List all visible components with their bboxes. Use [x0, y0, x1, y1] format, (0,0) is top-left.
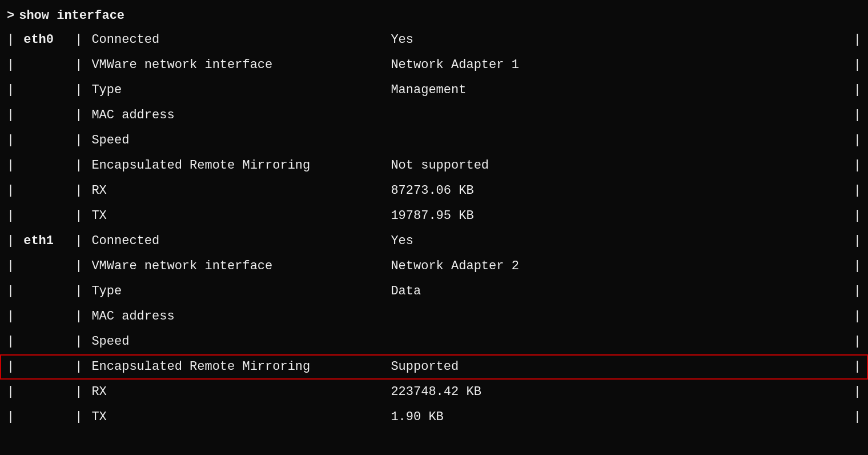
pipe-left: | [0, 178, 19, 203]
row-label: VMWare network interface [87, 254, 384, 279]
pipe-mid: | [70, 279, 87, 304]
pipe-mid: | [70, 27, 87, 53]
pipe-mid: | [70, 229, 87, 254]
table-row: ||RX223748.42 KB| [0, 380, 868, 405]
row-value: 19787.95 KB [384, 203, 851, 229]
table-row: ||Encapsulated Remote MirroringSupported… [0, 354, 868, 380]
interface-name [19, 354, 70, 380]
table-row: ||TX19787.95 KB| [0, 203, 868, 229]
pipe-right: | [851, 53, 868, 78]
table-row: ||TypeManagement| [0, 78, 868, 103]
interface-name [19, 153, 70, 178]
table-row: ||VMWare network interfaceNetwork Adapte… [0, 53, 868, 78]
interface-name [19, 78, 70, 103]
pipe-left: | [0, 254, 19, 279]
pipe-mid: | [70, 203, 87, 229]
pipe-right: | [851, 78, 868, 103]
pipe-right: | [851, 27, 868, 53]
row-value [384, 304, 851, 329]
pipe-mid: | [70, 329, 87, 354]
table-row: ||RX87273.06 KB| [0, 178, 868, 203]
row-label: MAC address [87, 304, 384, 329]
pipe-left: | [0, 27, 19, 53]
row-value [384, 103, 851, 128]
pipe-mid: | [70, 53, 87, 78]
pipe-left: | [0, 103, 19, 128]
row-label: TX [87, 203, 384, 229]
pipe-mid: | [70, 78, 87, 103]
row-label: Connected [87, 229, 384, 254]
pipe-left: | [0, 354, 19, 380]
pipe-mid: | [70, 405, 87, 430]
interface-name [19, 329, 70, 354]
row-label: Connected [87, 27, 384, 53]
pipe-left: | [0, 78, 19, 103]
command-line: > show interface [0, 5, 868, 27]
interface-name [19, 103, 70, 128]
table-row: |eth0|ConnectedYes| [0, 27, 868, 53]
command-text: show interface [19, 7, 124, 25]
pipe-left: | [0, 279, 19, 304]
pipe-left: | [0, 203, 19, 229]
table-row: |eth1|ConnectedYes| [0, 229, 868, 254]
interface-name [19, 405, 70, 430]
row-value [384, 329, 851, 354]
pipe-right: | [851, 405, 868, 430]
row-value: Management [384, 78, 851, 103]
prompt-symbol: > [7, 7, 14, 25]
table-row: ||VMWare network interfaceNetwork Adapte… [0, 254, 868, 279]
row-value: 87273.06 KB [384, 178, 851, 203]
pipe-right: | [851, 279, 868, 304]
row-label: VMWare network interface [87, 53, 384, 78]
pipe-mid: | [70, 128, 87, 153]
table-row: ||Speed| [0, 128, 868, 153]
table-row: ||TX1.90 KB| [0, 405, 868, 430]
pipe-right: | [851, 153, 868, 178]
row-label: Encapsulated Remote Mirroring [87, 153, 384, 178]
row-label: Speed [87, 329, 384, 354]
table-row: ||MAC address| [0, 304, 868, 329]
pipe-mid: | [70, 103, 87, 128]
row-value: 223748.42 KB [384, 380, 851, 405]
pipe-left: | [0, 405, 19, 430]
row-value: Supported [384, 354, 851, 380]
interface-name: eth1 [19, 229, 70, 254]
pipe-left: | [0, 304, 19, 329]
pipe-mid: | [70, 304, 87, 329]
pipe-right: | [851, 304, 868, 329]
row-label: RX [87, 380, 384, 405]
pipe-right: | [851, 178, 868, 203]
interface-name [19, 203, 70, 229]
pipe-right: | [851, 103, 868, 128]
pipe-right: | [851, 254, 868, 279]
table-row: ||TypeData| [0, 279, 868, 304]
pipe-mid: | [70, 178, 87, 203]
pipe-right: | [851, 329, 868, 354]
interface-name [19, 254, 70, 279]
row-value: Network Adapter 2 [384, 254, 851, 279]
pipe-right: | [851, 128, 868, 153]
table-row: ||Encapsulated Remote MirroringNot suppo… [0, 153, 868, 178]
pipe-right: | [851, 203, 868, 229]
row-label: RX [87, 178, 384, 203]
pipe-left: | [0, 128, 19, 153]
row-value: Data [384, 279, 851, 304]
pipe-left: | [0, 229, 19, 254]
pipe-left: | [0, 380, 19, 405]
pipe-left: | [0, 153, 19, 178]
pipe-right: | [851, 380, 868, 405]
row-value [384, 128, 851, 153]
interface-name [19, 380, 70, 405]
interface-name [19, 53, 70, 78]
pipe-mid: | [70, 254, 87, 279]
row-value: Yes [384, 229, 851, 254]
row-value: Yes [384, 27, 851, 53]
row-label: Type [87, 78, 384, 103]
row-label: TX [87, 405, 384, 430]
interface-table: |eth0|ConnectedYes|||VMWare network inte… [0, 27, 868, 430]
terminal-window: > show interface |eth0|ConnectedYes|||VM… [0, 0, 868, 455]
pipe-mid: | [70, 380, 87, 405]
interface-name: eth0 [19, 27, 70, 53]
interface-name [19, 279, 70, 304]
pipe-right: | [851, 229, 868, 254]
